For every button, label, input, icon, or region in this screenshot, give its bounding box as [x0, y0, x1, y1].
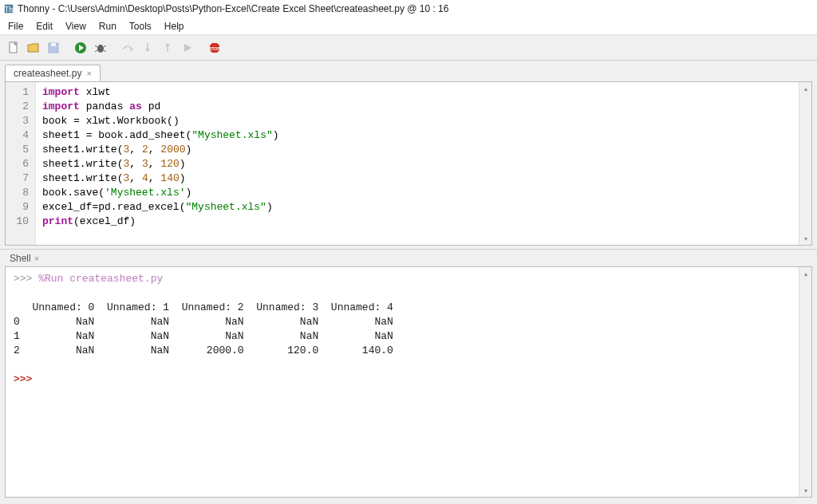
svg-marker-17: [184, 44, 191, 52]
scroll-down-icon[interactable]: ▾: [799, 484, 811, 497]
menu-run[interactable]: Run: [93, 19, 123, 33]
scroll-down-icon[interactable]: ▾: [799, 232, 811, 245]
svg-point-7: [97, 45, 104, 53]
editor-tab-label: createasheet.py: [14, 68, 81, 79]
shell-panel-header: Shell ×: [0, 249, 817, 266]
editor-scrollbar[interactable]: ▴ ▾: [799, 82, 811, 245]
save-icon[interactable]: [45, 39, 62, 57]
app-icon: Th: [3, 3, 14, 14]
svg-line-11: [104, 50, 106, 52]
open-file-icon[interactable]: [25, 39, 42, 57]
menu-file[interactable]: File: [2, 19, 30, 33]
step-out-icon[interactable]: [159, 39, 176, 57]
menu-edit[interactable]: Edit: [30, 19, 59, 33]
svg-marker-14: [145, 49, 150, 52]
resume-icon[interactable]: [179, 39, 196, 57]
svg-marker-16: [165, 43, 170, 46]
titlebar: Th Thonny - C:\Users\Admin\Desktop\Posts…: [0, 0, 817, 18]
shell-output[interactable]: >>> %Run createasheet.py Unnamed: 0 Unna…: [6, 267, 799, 497]
shell-tab[interactable]: Shell ×: [5, 251, 44, 266]
svg-text:STOP: STOP: [209, 45, 220, 50]
stop-icon[interactable]: STOP: [206, 39, 223, 57]
new-file-icon[interactable]: [5, 39, 22, 57]
svg-line-10: [95, 50, 97, 52]
line-gutter: 12345678910: [6, 82, 36, 245]
svg-rect-4: [51, 43, 56, 46]
code-text[interactable]: import xlwtimport pandas as pdbook = xlw…: [36, 82, 799, 245]
menu-tools[interactable]: Tools: [123, 19, 158, 33]
close-icon[interactable]: ×: [34, 254, 39, 263]
shell-scrollbar[interactable]: ▴ ▾: [799, 267, 811, 497]
menu-help[interactable]: Help: [158, 19, 191, 33]
svg-line-8: [95, 45, 97, 47]
debug-icon[interactable]: [92, 39, 109, 57]
toolbar: STOP: [0, 35, 817, 61]
svg-text:Th: Th: [5, 6, 14, 14]
close-icon[interactable]: ×: [86, 69, 91, 78]
tab-createasheet[interactable]: createasheet.py ×: [5, 65, 101, 81]
editor-tabs: createasheet.py ×: [0, 61, 817, 81]
scroll-up-icon[interactable]: ▴: [799, 82, 811, 95]
menubar: File Edit View Run Tools Help: [0, 18, 817, 35]
svg-line-9: [104, 45, 106, 47]
menu-view[interactable]: View: [59, 19, 93, 33]
step-over-icon[interactable]: [119, 39, 136, 57]
shell-tab-label: Shell: [10, 253, 31, 264]
shell-panel[interactable]: >>> %Run createasheet.py Unnamed: 0 Unna…: [5, 266, 812, 498]
run-icon[interactable]: [72, 39, 89, 57]
titlebar-text: Thonny - C:\Users\Admin\Desktop\Posts\Py…: [18, 3, 448, 14]
step-into-icon[interactable]: [139, 39, 156, 57]
scroll-up-icon[interactable]: ▴: [799, 267, 811, 280]
code-editor[interactable]: 12345678910 import xlwtimport pandas as …: [5, 81, 812, 246]
